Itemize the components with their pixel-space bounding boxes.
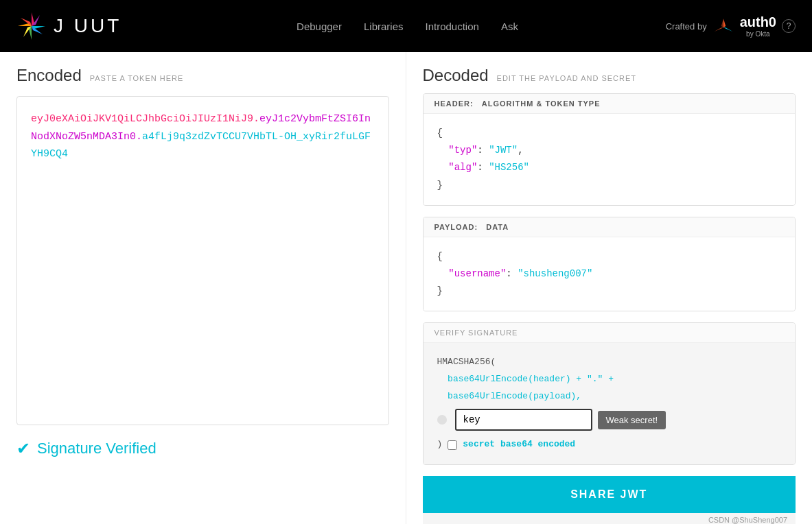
verified-check-icon: ✔	[16, 439, 30, 458]
nav-link-introduction[interactable]: Introduction	[426, 21, 479, 32]
encoded-title: Encoded	[16, 66, 82, 85]
svg-marker-9	[723, 27, 732, 32]
auth0-brand: auth0	[740, 14, 776, 30]
decoded-subtitle: EDIT THE PAYLOAD AND SECRET	[497, 74, 636, 82]
verify-line2: base64UrlEncode(header) + "." +	[448, 374, 614, 384]
header-label-sub: ALGORITHM & TOKEN TYPE	[482, 99, 601, 108]
payload-body: { "username": "shusheng007" }	[424, 237, 796, 311]
header-brace-close: }	[437, 180, 443, 191]
crafted-by: Crafted by auth0 by Okta ?	[666, 14, 796, 38]
auth0-text-group: auth0 by Okta	[740, 14, 776, 38]
payload-brace-open: {	[437, 251, 443, 262]
auth0-logo	[712, 19, 734, 34]
secret-base64-checkbox[interactable]	[448, 440, 457, 450]
verify-fn-name: HMACSHA256(	[437, 357, 496, 367]
verify-label: VERIFY SIGNATURE	[424, 323, 796, 343]
secret-input-row: Weak secret!	[437, 409, 782, 431]
navigation: J UUT Debugger Libraries Introduction As…	[0, 0, 812, 52]
header-typ-val: "JWT"	[489, 145, 518, 156]
svg-marker-10	[714, 27, 723, 32]
encoded-panel-header: Encoded PASTE A TOKEN HERE	[16, 66, 389, 85]
decoded-title: Decoded	[423, 66, 489, 85]
logo: J UUT	[16, 11, 121, 41]
payload-label: PAYLOAD: DATA	[424, 217, 796, 237]
main-content: Encoded PASTE A TOKEN HERE eyJ0eXAiOiJKV…	[0, 52, 812, 524]
weak-secret-button[interactable]: Weak secret!	[598, 411, 666, 429]
header-brace-open: {	[437, 128, 443, 139]
verify-body: HMACSHA256( base64UrlEncode(header) + ".…	[424, 343, 796, 464]
share-jwt-button[interactable]: SHARE JWT	[423, 476, 796, 513]
payload-label-sub: DATA	[486, 223, 509, 231]
verify-line3: base64UrlEncode(payload),	[448, 391, 581, 401]
share-section: SHARE JWT CSDN @ShuSheng007	[423, 476, 796, 524]
signature-verified: ✔ Signature Verified	[16, 439, 389, 458]
header-alg-key: "alg"	[448, 162, 477, 173]
auth0-icon	[712, 19, 734, 34]
token-part1: eyJ0eXAiOiJKV1QiLCJhbGciOiJIUzI1NiJ9	[31, 113, 253, 125]
decoded-panel: Decoded EDIT THE PAYLOAD AND SECRET HEAD…	[406, 52, 813, 524]
svg-marker-11	[721, 19, 723, 27]
verified-text: Signature Verified	[37, 440, 156, 457]
payload-section: PAYLOAD: DATA { "username": "shusheng007…	[423, 217, 796, 312]
payload-username-val: "shusheng007"	[518, 268, 592, 279]
header-body: { "typ": "JWT", "alg": "HS256" }	[424, 114, 796, 205]
secret-encoded-label: secret base64 encoded	[463, 436, 575, 453]
payload-brace-close: }	[437, 285, 443, 296]
header-alg-val: "HS256"	[489, 162, 529, 173]
payload-username-key: "username"	[448, 268, 506, 279]
logo-text: J UUT	[54, 15, 121, 37]
header-label-main: HEADER:	[434, 99, 474, 108]
watermark: CSDN @ShuSheng007	[423, 513, 796, 524]
verify-section: VERIFY SIGNATURE HMACSHA256( base64UrlEn…	[423, 322, 796, 465]
help-icon[interactable]: ?	[782, 19, 796, 33]
nav-link-libraries[interactable]: Libraries	[364, 21, 404, 32]
encoded-panel: Encoded PASTE A TOKEN HERE eyJ0eXAiOiJKV…	[0, 52, 406, 524]
token-dot1: .	[253, 113, 259, 125]
token-dot2: .	[136, 131, 142, 143]
dot-circle-icon	[437, 415, 447, 425]
header-label: HEADER: ALGORITHM & TOKEN TYPE	[424, 94, 796, 114]
payload-label-main: PAYLOAD:	[434, 223, 478, 231]
nav-link-debugger[interactable]: Debugger	[297, 21, 342, 32]
encoded-subtitle: PASTE A TOKEN HERE	[90, 74, 184, 82]
secret-input[interactable]	[455, 409, 592, 431]
svg-marker-8	[723, 19, 726, 27]
verify-close-paren: )	[437, 436, 443, 453]
logo-icon	[16, 11, 47, 41]
token-display[interactable]: eyJ0eXAiOiJKV1QiLCJhbGciOiJIUzI1NiJ9.eyJ…	[16, 96, 389, 425]
crafted-by-text: Crafted by	[666, 21, 707, 32]
nav-links: Debugger Libraries Introduction Ask	[149, 21, 665, 32]
decoded-panel-header: Decoded EDIT THE PAYLOAD AND SECRET	[423, 66, 796, 85]
header-typ-key: "typ"	[448, 145, 477, 156]
auth0-sub: by Okta	[746, 30, 769, 38]
nav-link-ask[interactable]: Ask	[501, 21, 518, 32]
secret-encoded-row: ) secret base64 encoded	[437, 436, 782, 453]
header-section: HEADER: ALGORITHM & TOKEN TYPE { "typ": …	[423, 93, 796, 206]
